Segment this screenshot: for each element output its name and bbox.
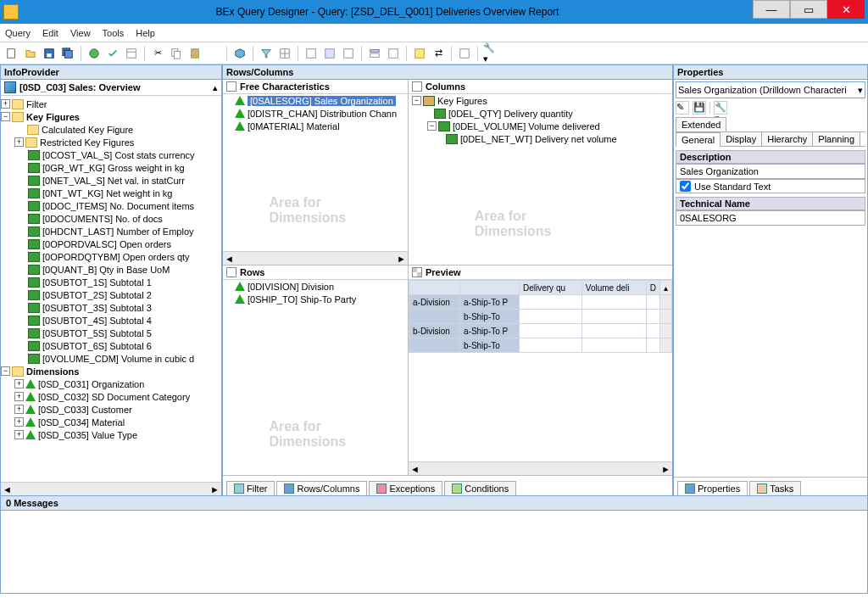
tb-icon-6[interactable] <box>411 45 428 62</box>
tree-kf-item[interactable]: [0QUANT_B] Qty in Base UoM <box>1 263 221 276</box>
tree-keyfigures[interactable]: Key Figures <box>26 112 80 122</box>
rows-body[interactable]: [0DIVISION] Division [0SHIP_TO] Ship-To … <box>223 280 408 475</box>
copy-icon[interactable] <box>168 45 185 62</box>
kf-icon <box>28 226 40 237</box>
tree-kf-item[interactable]: [0SUBTOT_6S] Subtotal 6 <box>1 339 221 352</box>
col-item-delnetwt[interactable]: [0DEL_NET_WT] Delivery net volume <box>460 134 617 144</box>
free-char-body[interactable]: [0SALESORG] Sales Organization [0DISTR_C… <box>223 94 408 251</box>
tree-kf-item[interactable]: [0HDCNT_LAST] Number of Employ <box>1 225 221 238</box>
row-item-division[interactable]: [0DIVISION] Division <box>248 282 334 292</box>
ptab-hierarchy[interactable]: Hierarchy <box>761 131 813 146</box>
new-icon[interactable] <box>3 45 20 62</box>
tree-dim-item[interactable]: +[0SD_C031] Organization <box>1 377 221 390</box>
bottom-tab-tasks[interactable]: Tasks <box>749 481 801 495</box>
menu-view[interactable]: View <box>70 28 91 38</box>
tree-dim-item[interactable]: +[0SD_C034] Material <box>1 416 221 428</box>
ptab-display[interactable]: Display <box>720 131 762 146</box>
close-button[interactable]: ✕ <box>827 0 865 19</box>
tb-icon-4[interactable] <box>366 45 383 62</box>
tb-icon-7[interactable]: ⇄ <box>430 45 447 62</box>
menu-edit[interactable]: Edit <box>42 28 58 38</box>
infoprovider-tree[interactable]: +Filter −Key Figures Calculated Key Figu… <box>1 96 221 482</box>
open-icon[interactable] <box>22 45 39 62</box>
tree-kf-item[interactable]: [0OPORDQTYBM] Open orders qty <box>1 250 221 263</box>
col-keyfigures[interactable]: Key Figures <box>437 96 487 106</box>
cells-icon[interactable] <box>276 45 293 62</box>
preview-body[interactable]: Delivery qu Volume deli D ▴ a-Divisiona-… <box>409 280 672 461</box>
tree-dim-item[interactable]: +[0SD_C032] SD Document Category <box>1 390 221 403</box>
props-icon[interactable] <box>123 45 140 62</box>
row-item-shipto[interactable]: [0SHIP_TO] Ship-To Party <box>248 294 356 305</box>
tb-icon-5[interactable] <box>385 45 402 62</box>
dimension-icon <box>25 417 36 427</box>
infoprovider-cube-row[interactable]: [0SD_C03] Sales: Overview ▴ <box>1 80 221 96</box>
dimension-icon <box>25 430 36 439</box>
paste-icon[interactable] <box>186 45 203 62</box>
tab-exceptions[interactable]: Exceptions <box>369 481 442 495</box>
bottom-tab-properties[interactable]: Properties <box>677 481 748 495</box>
menu-tools[interactable]: Tools <box>103 28 125 38</box>
description-field[interactable]: Sales Organization <box>676 164 865 179</box>
tab-rowscols[interactable]: Rows/Columns <box>276 481 367 495</box>
saveall-icon[interactable] <box>59 45 76 62</box>
free-item-salesorg[interactable]: [0SALESORG] Sales Organization <box>248 96 396 106</box>
use-standard-text-row[interactable]: Use Standard Text <box>676 179 865 193</box>
tb-icon-2[interactable] <box>321 45 338 62</box>
menu-help[interactable]: Help <box>136 28 155 38</box>
tree-kf-item[interactable]: [0DOC_ITEMS] No. Document items <box>1 199 221 212</box>
tree-kf-item[interactable]: [0NT_WT_KG] Net weight in kg <box>1 187 221 199</box>
filter-icon[interactable] <box>258 45 275 62</box>
tab-filter[interactable]: Filter <box>226 481 275 495</box>
preview-hscroll[interactable]: ◄► <box>409 461 672 475</box>
col-item-delvol[interactable]: [0DEL_VOLUME] Volume delivered <box>453 121 600 131</box>
tree-kf-item[interactable]: [0VOLUME_CDM] Volume in cubic d <box>1 352 221 365</box>
cut-icon[interactable]: ✂ <box>149 45 166 62</box>
tb-icon-8[interactable] <box>456 45 473 62</box>
cube-icon[interactable] <box>231 45 248 62</box>
col-item-delqty[interactable]: [0DEL_QTY] Delivery quantity <box>448 109 573 119</box>
free-item-material[interactable]: [0MATERIAL] Material <box>248 121 340 131</box>
free-char-hscroll[interactable]: ◄► <box>223 251 408 265</box>
properties-combo[interactable]: Sales Organization (Drilldown Characteri… <box>676 81 865 98</box>
menu-query[interactable]: Query <box>5 28 31 38</box>
tree-kf-item[interactable]: [0SUBTOT_1S] Subtotal 1 <box>1 276 221 288</box>
tree-dim-item[interactable]: +[0SD_C035] Value Type <box>1 428 221 441</box>
tree-kf-item[interactable]: [0NET_VAL_S] Net val. in statCurr <box>1 174 221 187</box>
columns-body[interactable]: −Key Figures [0DEL_QTY] Delivery quantit… <box>409 94 672 265</box>
preview-table: Delivery qu Volume deli D ▴ a-Divisiona-… <box>409 280 672 353</box>
tree-filter[interactable]: Filter <box>26 99 47 109</box>
pencil-icon[interactable]: ✎ <box>676 101 689 115</box>
save-icon[interactable]: 💾 <box>693 101 706 115</box>
ptab-planning[interactable]: Planning <box>812 131 860 146</box>
cube-label: [0SD_C03] Sales: Overview <box>19 82 140 92</box>
tree-dim-item[interactable]: +[0SD_C033] Customer <box>1 403 221 416</box>
infoprovider-hscroll[interactable]: ◄► <box>1 482 221 495</box>
maximize-button[interactable]: ▭ <box>790 0 827 19</box>
tb-icon-3[interactable] <box>340 45 357 62</box>
tree-kf-item[interactable]: [0SUBTOT_2S] Subtotal 2 <box>1 288 221 301</box>
minimize-button[interactable]: — <box>753 0 790 19</box>
tree-kf-item[interactable]: [0SUBTOT_5S] Subtotal 5 <box>1 327 221 339</box>
tree-restr-kf[interactable]: Restricted Key Figures <box>40 137 134 148</box>
use-standard-text-checkbox[interactable] <box>680 181 691 192</box>
tb-icon-9[interactable]: 🔧▾ <box>482 45 499 62</box>
ptab-general[interactable]: General <box>676 132 721 147</box>
wrench-icon[interactable]: 🔧▾ <box>714 101 727 115</box>
tree-kf-item[interactable]: [0OPORDVALSC] Open orders <box>1 238 221 250</box>
tree-kf-item[interactable]: [0SUBTOT_4S] Subtotal 4 <box>1 314 221 327</box>
tree-calc-kf[interactable]: Calculated Key Figure <box>42 125 133 135</box>
execute-icon[interactable] <box>86 45 103 62</box>
tab-conditions[interactable]: Conditions <box>444 481 516 495</box>
save-icon[interactable] <box>41 45 58 62</box>
tree-dimensions[interactable]: Dimensions <box>26 366 79 377</box>
messages-body[interactable] <box>1 511 867 592</box>
tb-icon-1[interactable] <box>303 45 320 62</box>
free-item-distrchan[interactable]: [0DISTR_CHAN] Distribution Chann <box>248 109 397 119</box>
tree-kf-item[interactable]: [0DOCUMENTS] No. of docs <box>1 212 221 225</box>
check-icon[interactable] <box>104 45 121 62</box>
tree-kf-item[interactable]: [0SUBTOT_3S] Subtotal 3 <box>1 301 221 314</box>
tree-kf-item[interactable]: [0GR_WT_KG] Gross weight in kg <box>1 161 221 174</box>
tree-kf-item[interactable]: [0COST_VAL_S] Cost stats currency <box>1 148 221 161</box>
ptab-extended[interactable]: Extended <box>676 117 726 131</box>
messages-panel: 0 Messages <box>0 496 868 594</box>
